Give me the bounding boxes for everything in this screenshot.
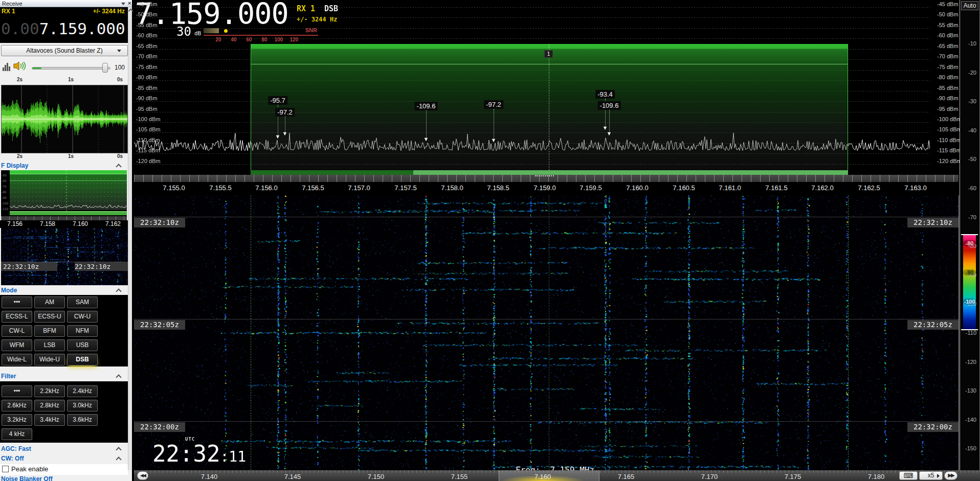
signal-marker-arrow-icon[interactable]: ▼ <box>607 130 612 136</box>
band-navigation-bar[interactable]: ◀◀ ⌨ x5 ▶▶ 7.1407.1457.1507.1557.1607.16… <box>134 470 980 481</box>
mode-button-widel[interactable]: Wide-L <box>2 354 32 365</box>
passband-region[interactable] <box>251 44 848 170</box>
peak-enable-checkbox[interactable] <box>2 466 9 472</box>
waterfall-time-line <box>134 421 959 422</box>
filter-button-28khz[interactable]: 2.8kHz <box>34 400 65 411</box>
collapse-chevron-icon <box>116 447 121 452</box>
signal-marker-arrow-icon[interactable]: ▼ <box>275 133 281 140</box>
dbm-axis-label-right: -50 dBm <box>937 11 959 17</box>
dbm-axis-label-right: -80 dBm <box>937 74 959 80</box>
filter-button-30khz[interactable]: 3.0kHz <box>67 400 98 411</box>
dbm-axis-label-left: -45 dBm <box>136 1 158 7</box>
filter-button-24khz[interactable]: 2.4kHz <box>67 385 98 397</box>
freq-axis-label: 7.157.0 <box>348 184 370 192</box>
mode-button-cwl[interactable]: CW-L <box>2 325 32 337</box>
smeter-bar <box>204 28 219 33</box>
mode-header[interactable]: Mode <box>0 286 128 294</box>
sidebar-frequency-display[interactable]: 0.007.159.000 <box>0 15 128 43</box>
freq-axis-label: 7.155.5 <box>209 184 231 192</box>
dbm-axis-label-left: -55 dBm <box>136 22 158 28</box>
dbm-axis-label-left: -120 dBm <box>136 158 161 164</box>
dbm-axis-label-right: -115 dBm <box>937 147 961 153</box>
signal-marker-arrow-icon[interactable]: ▼ <box>424 136 429 142</box>
filter-button-[interactable]: ••• <box>2 385 32 397</box>
signal-marker-arrow-icon[interactable]: ▼ <box>282 130 288 136</box>
filter-button-36khz[interactable]: 3.6kHz <box>67 414 98 426</box>
scroll-up-icon[interactable] <box>128 9 133 14</box>
receive-panel-title: Receive <box>2 1 23 7</box>
waterfall-display[interactable]: UTC22:32:11 Freq: 7.159 MHz Span: ±4.458… <box>134 195 959 470</box>
receive-panel-titlebar[interactable]: Receive × <box>0 0 132 7</box>
noise-blanker-header[interactable]: Noise Blanker Off <box>0 475 128 481</box>
auto-range-button[interactable]: Auto <box>961 1 978 10</box>
waterfall-color-scale[interactable] <box>963 235 976 330</box>
mode-button-ecssl[interactable]: ECSS-L <box>2 311 32 323</box>
filter-header[interactable]: Filter <box>0 372 128 380</box>
volume-slider[interactable] <box>32 67 110 70</box>
band-freq-label: 7.165 <box>618 473 635 480</box>
audio-device-dropdown[interactable]: Altavoces (Sound Blaster Z) <box>1 45 128 56</box>
filter-button-32khz[interactable]: 3.2kHz <box>2 414 32 426</box>
color-scale-gradient-label: -100 <box>963 299 976 305</box>
scroll-left-button[interactable]: ◀◀ <box>137 471 148 480</box>
scroll-right-button[interactable]: ▶▶ <box>944 471 957 480</box>
mode-button-sam[interactable]: SAM <box>67 296 98 308</box>
spectrum-display[interactable]: 1 7.159.000 RX 1 DSB +/- 3244 Hz 30 dB S… <box>134 0 960 170</box>
close-panel-icon[interactable]: × <box>128 0 131 7</box>
mode-button-ecssu[interactable]: ECSS-U <box>34 311 65 323</box>
volume-slider-thumb[interactable] <box>102 63 108 73</box>
filter-button-34khz[interactable]: 3.4kHz <box>34 414 65 426</box>
signal-marker-flag[interactable]: -95.7 <box>268 96 287 105</box>
color-scale-label: -110 <box>961 330 976 336</box>
signal-marker-flag[interactable]: -109.6 <box>415 102 438 110</box>
filter-button-4khz[interactable]: 4 kHz <box>2 428 32 440</box>
mode-button-cwu[interactable]: CW-U <box>67 311 98 323</box>
signal-marker-arrow-icon[interactable]: ▼ <box>491 137 497 143</box>
mini-waterfall[interactable] <box>1 228 128 285</box>
dbm-axis-label-right: -60 dBm <box>937 32 959 38</box>
mode-button-wfm[interactable]: WFM <box>2 339 32 351</box>
mode-button-lsb[interactable]: LSB <box>34 339 65 351</box>
mode-button-usb[interactable]: USB <box>67 339 98 351</box>
keyboard-entry-button[interactable]: ⌨ <box>899 471 918 480</box>
cw-header[interactable]: CW: Off <box>0 454 128 464</box>
mode-button-[interactable]: ••• <box>2 296 32 308</box>
agc-header[interactable]: AGC: Fast <box>0 445 128 454</box>
rx-marker-badge[interactable]: 1 <box>544 50 553 58</box>
if-display-header[interactable]: F Display <box>0 162 128 170</box>
mode-button-wideu[interactable]: Wide-U <box>34 354 65 365</box>
passband-bar[interactable] <box>251 170 848 175</box>
spectrum-frequency-readout[interactable]: 7.159.000 <box>135 0 288 31</box>
signal-marker-flag[interactable]: -97.2 <box>275 108 295 117</box>
signal-marker-flag[interactable]: -97.2 <box>484 100 503 109</box>
audio-scope[interactable] <box>1 85 128 153</box>
band-freq-label: 7.150 <box>368 473 385 480</box>
speaker-icon[interactable] <box>13 61 27 73</box>
dbm-axis-label-right: -55 dBm <box>937 22 959 28</box>
waterfall-canvas[interactable] <box>134 195 959 470</box>
collapse-panel-icon[interactable] <box>121 3 125 5</box>
zoom-menu-arrow-icon[interactable] <box>937 474 940 478</box>
mini-spectrum[interactable] <box>1 170 127 216</box>
color-scale-upper-tick[interactable] <box>961 234 978 235</box>
sidebar-scrollbar[interactable] <box>128 7 132 470</box>
utc-label: UTC <box>185 437 195 442</box>
mini-freq-label: 7.158 <box>40 220 55 227</box>
smeter-unit: dB <box>194 30 201 37</box>
zoom-level-button[interactable]: x5 <box>919 471 943 480</box>
filter-button-26khz[interactable]: 2.6kHz <box>2 400 32 411</box>
snr-label: SNR <box>305 27 317 33</box>
filter-button-22khz[interactable]: 2.2kHz <box>34 385 65 397</box>
mode-button-dsb[interactable]: DSB <box>67 354 98 365</box>
signal-marker-flag[interactable]: -109.6 <box>598 101 621 110</box>
smeter-tick-label: 60 <box>246 37 252 42</box>
spectrum-offset-label: +/- 3244 Hz <box>297 16 337 23</box>
mode-button-bfm[interactable]: BFM <box>34 325 65 337</box>
signal-marker-flag[interactable]: -93.4 <box>595 90 615 99</box>
dbm-axis-label-left: -65 dBm <box>136 43 158 49</box>
dbm-axis-label-left: -100 dBm <box>136 116 161 122</box>
frequency-ruler[interactable] <box>134 175 959 182</box>
mode-button-nfm[interactable]: NFM <box>67 325 98 337</box>
mode-button-am[interactable]: AM <box>34 296 65 308</box>
equalizer-icon[interactable] <box>3 62 12 71</box>
